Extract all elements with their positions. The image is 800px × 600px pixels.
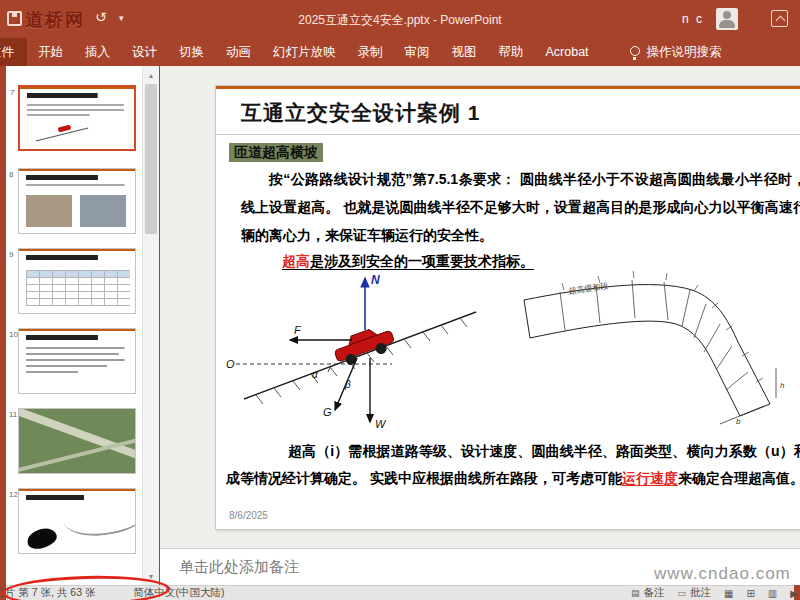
tab-home[interactable]: 开始 bbox=[27, 38, 74, 66]
title-bar: 道桥网 ↺ ▾ 2025互通立交4安全.pptx - PowerPoint n … bbox=[0, 0, 800, 38]
thumbnail-number: 8 bbox=[9, 170, 13, 179]
slide-paragraph-2[interactable]: 超高（i）需根据道路等级、设计速度、圆曲线半径、路面类型、横向力系数（u）和车辆… bbox=[226, 438, 800, 492]
scrollbar-thumb[interactable] bbox=[145, 84, 157, 234]
para2-text-b: 来确定合理超高值。 bbox=[678, 470, 800, 486]
slide-sorter-view-icon[interactable]: ⊞ bbox=[746, 588, 754, 599]
tab-design[interactable]: 设计 bbox=[121, 38, 168, 66]
diagram-label-w: W bbox=[375, 418, 387, 430]
account-name[interactable]: n c bbox=[682, 12, 704, 26]
force-diagram: N O F G W α β bbox=[226, 273, 476, 430]
road-perspective-diagram: 超高缓和段 b h bbox=[524, 271, 785, 426]
thumbnail-preview bbox=[19, 409, 135, 473]
window-title: 2025互通立交4安全.pptx - PowerPoint bbox=[0, 12, 800, 29]
slide-title[interactable]: 互通立交安全设计案例 1 bbox=[241, 99, 481, 127]
notes-placeholder[interactable]: 单击此处添加备注 bbox=[179, 558, 299, 577]
thumbnail-number: 11 bbox=[9, 410, 17, 419]
lightbulb-icon bbox=[630, 46, 640, 56]
tab-record[interactable]: 录制 bbox=[347, 38, 394, 66]
thumbnail-number: 12 bbox=[9, 490, 18, 499]
thumbnail-preview bbox=[19, 169, 135, 233]
slide-thumbnail[interactable]: 11 bbox=[18, 408, 136, 474]
slide-thumbnail-current[interactable]: 7 bbox=[18, 85, 136, 151]
notes-icon: ▤ bbox=[631, 588, 640, 598]
slide-counter[interactable]: 幻灯片 第 7 张, 共 63 张 bbox=[0, 586, 95, 600]
comments-toggle-label: 批注 bbox=[690, 586, 711, 600]
slide-thumbnail[interactable]: 8 bbox=[18, 168, 136, 234]
scroll-up-icon[interactable]: ▲ bbox=[143, 67, 159, 83]
reading-view-icon[interactable]: ▥ bbox=[768, 588, 777, 599]
tab-slideshow[interactable]: 幻灯片放映 bbox=[262, 38, 347, 66]
tab-transitions[interactable]: 切换 bbox=[168, 38, 215, 66]
slide-paragraph-1[interactable]: 按“公路路线设计规范”第7.5.1条要求： 圆曲线半径小于不设超高圆曲线最小半径… bbox=[241, 165, 800, 249]
thumbnail-preview bbox=[19, 329, 135, 393]
diagram-label-f: F bbox=[294, 324, 302, 336]
comments-icon: ▭ bbox=[677, 588, 686, 598]
thumbnail-number: 10 bbox=[9, 330, 18, 339]
normal-view-icon[interactable]: ▦ bbox=[724, 588, 733, 599]
dimension-label-b: b bbox=[736, 417, 741, 426]
slide[interactable]: 互通立交安全设计案例 1 匝道超高横坡 按“公路路线设计规范”第7.5.1条要求… bbox=[215, 85, 800, 530]
slide-heading-highlight[interactable]: 匝道超高横坡 bbox=[229, 143, 323, 162]
slide-thumbnail[interactable]: 10 bbox=[18, 328, 136, 394]
watermark-text: www.cndao.com bbox=[654, 564, 791, 584]
tab-animations[interactable]: 动画 bbox=[215, 38, 262, 66]
superelevation-diagram[interactable]: N O F G W α β 超高缓和段 b h bbox=[224, 264, 800, 436]
slide-thumbnail[interactable]: 12 bbox=[18, 488, 136, 554]
tab-acrobat[interactable]: Acrobat bbox=[535, 38, 600, 66]
language-indicator[interactable]: 简体中文(中国大陆) bbox=[133, 586, 224, 600]
diagram-label-n: N bbox=[371, 273, 380, 287]
ribbon-display-options-icon[interactable] bbox=[771, 10, 788, 27]
tab-view[interactable]: 视图 bbox=[441, 38, 488, 66]
tell-me-search-label: 操作说明搜索 bbox=[647, 44, 722, 61]
diagram-label-alpha: α bbox=[312, 369, 318, 380]
tell-me-search[interactable]: 操作说明搜索 bbox=[630, 38, 722, 66]
status-bar-right: ▤ 备注 ▭ 批注 ▦ ⊞ ▥ ▶ bbox=[631, 586, 798, 600]
notes-toggle[interactable]: ▤ 备注 bbox=[631, 586, 665, 600]
thumbnail-preview bbox=[19, 489, 135, 553]
title-divider bbox=[216, 134, 800, 135]
thumbnail-panel: 7 8 9 10 11 12 bbox=[6, 66, 142, 585]
slide-accent-line bbox=[216, 86, 800, 89]
thumbnail-preview bbox=[20, 87, 134, 149]
diagram-label-o: O bbox=[226, 358, 235, 370]
road-segment-label: 超高缓和段 bbox=[568, 282, 609, 296]
slide-thumbnail[interactable]: 9 bbox=[18, 248, 136, 314]
user-avatar[interactable] bbox=[716, 8, 738, 30]
tab-help[interactable]: 帮助 bbox=[488, 38, 535, 66]
slideshow-view-icon[interactable]: ▶ bbox=[790, 588, 798, 599]
diagram-label-beta: β bbox=[344, 379, 351, 390]
thumbnail-number: 7 bbox=[10, 88, 14, 97]
diagram-label-g: G bbox=[323, 406, 332, 418]
para2-red-text: 运行速度 bbox=[622, 470, 678, 486]
thumbnail-scrollbar[interactable]: ▲ ▼ bbox=[142, 66, 159, 585]
slide-editing-area: 互通立交安全设计案例 1 匝道超高横坡 按“公路路线设计规范”第7.5.1条要求… bbox=[160, 66, 800, 548]
status-bar: 幻灯片 第 7 张, 共 63 张 简体中文(中国大陆) ▤ 备注 ▭ 批注 ▦… bbox=[6, 585, 794, 600]
slide-date: 8/6/2025 bbox=[229, 510, 268, 521]
notes-toggle-label: 备注 bbox=[643, 586, 664, 600]
ribbon-tab-bar: 文件 开始 插入 设计 切换 动画 幻灯片放映 录制 审阅 视图 帮助 Acro… bbox=[0, 38, 800, 66]
tab-insert[interactable]: 插入 bbox=[74, 38, 121, 66]
scroll-down-icon[interactable]: ▼ bbox=[143, 568, 159, 584]
thumbnail-number: 9 bbox=[9, 250, 13, 259]
thumbnail-preview bbox=[19, 249, 135, 313]
comments-toggle[interactable]: ▭ 批注 bbox=[677, 586, 711, 600]
dimension-label-h: h bbox=[780, 381, 785, 390]
tab-review[interactable]: 审阅 bbox=[394, 38, 441, 66]
tab-file[interactable]: 文件 bbox=[0, 38, 27, 66]
